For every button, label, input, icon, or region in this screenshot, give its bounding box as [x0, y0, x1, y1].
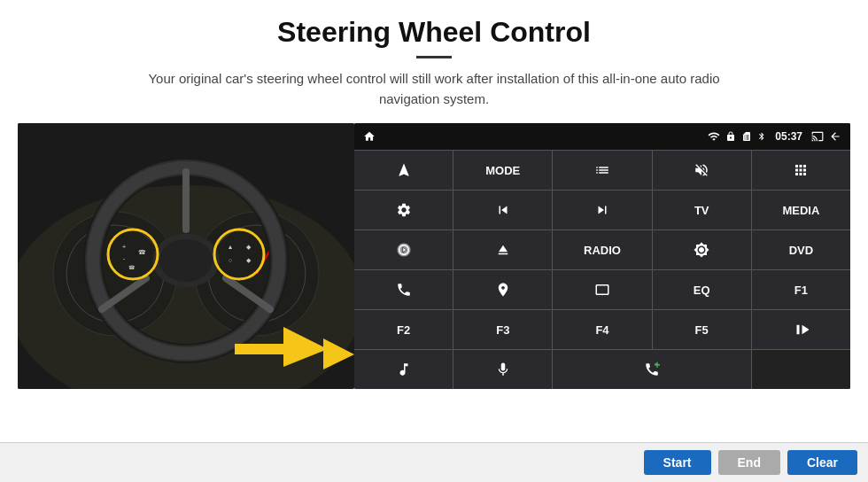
- radio-button[interactable]: RADIO: [553, 230, 651, 269]
- back-icon: [829, 130, 841, 143]
- svg-rect-26: [235, 344, 286, 354]
- nav-button[interactable]: [354, 151, 453, 190]
- screen-button[interactable]: [553, 270, 651, 309]
- page-title: Steering Wheel Control: [18, 16, 850, 49]
- f2-button[interactable]: F2: [354, 310, 453, 349]
- brightness-button[interactable]: [653, 230, 751, 269]
- next-button[interactable]: [553, 190, 651, 229]
- 360-button[interactable]: [354, 230, 453, 269]
- media-button[interactable]: MEDIA: [752, 190, 850, 229]
- settings-button[interactable]: [354, 190, 453, 229]
- button-grid: MODE: [354, 150, 850, 389]
- status-left: [363, 130, 376, 143]
- cast-icon: [811, 130, 824, 143]
- gps-button[interactable]: [453, 270, 552, 309]
- svg-text:☎: ☎: [138, 249, 146, 255]
- status-time: 05:37: [775, 130, 802, 143]
- svg-text:-: -: [123, 254, 126, 262]
- status-right: 05:37: [708, 130, 841, 143]
- svg-point-14: [159, 239, 213, 282]
- svg-text:☎: ☎: [128, 265, 136, 270]
- prev-button[interactable]: [453, 190, 552, 229]
- mute-button[interactable]: [653, 151, 751, 190]
- bottom-action-bar: Start End Clear: [0, 442, 868, 482]
- list-button[interactable]: [553, 151, 651, 190]
- title-section: Steering Wheel Control Your original car…: [18, 16, 850, 123]
- clear-button[interactable]: Clear: [787, 450, 857, 475]
- android-panel: 05:37 MODE: [354, 123, 850, 389]
- home-icon: [363, 130, 376, 143]
- dvd-button[interactable]: DVD: [752, 230, 850, 269]
- phone-button[interactable]: [354, 270, 453, 309]
- steering-wheel-image: + - ☎ ☎ ▲ ◆ ○ ◆: [18, 123, 354, 389]
- f1-button[interactable]: F1: [752, 270, 850, 309]
- eq-button[interactable]: EQ: [653, 270, 751, 309]
- apps-button[interactable]: [752, 151, 850, 190]
- wifi-icon: [708, 130, 720, 143]
- playpause-button[interactable]: [752, 310, 850, 349]
- start-button[interactable]: Start: [644, 450, 711, 475]
- svg-text:▲: ▲: [228, 244, 234, 250]
- tv-button[interactable]: TV: [653, 190, 751, 229]
- lock-icon: [725, 131, 736, 142]
- music-button[interactable]: [354, 350, 453, 389]
- f4-button[interactable]: F4: [553, 310, 651, 349]
- eject-button[interactable]: [453, 230, 552, 269]
- mic-button[interactable]: [453, 350, 552, 389]
- title-divider: [416, 56, 452, 58]
- subtitle: Your original car's steering wheel contr…: [124, 69, 744, 109]
- f5-button[interactable]: F5: [653, 310, 751, 349]
- f3-button[interactable]: F3: [453, 310, 552, 349]
- mode-button[interactable]: MODE: [453, 151, 552, 190]
- svg-text:○: ○: [229, 257, 232, 263]
- content-area: + - ☎ ☎ ▲ ◆ ○ ◆: [18, 123, 850, 389]
- sim-icon: [741, 131, 752, 142]
- page-wrapper: Steering Wheel Control Your original car…: [0, 0, 868, 482]
- svg-text:+: +: [122, 243, 127, 251]
- status-bar: 05:37: [354, 123, 850, 150]
- call-button[interactable]: [553, 350, 750, 389]
- end-button[interactable]: End: [718, 450, 780, 475]
- bluetooth-icon: [757, 130, 766, 143]
- empty-button: [752, 350, 850, 389]
